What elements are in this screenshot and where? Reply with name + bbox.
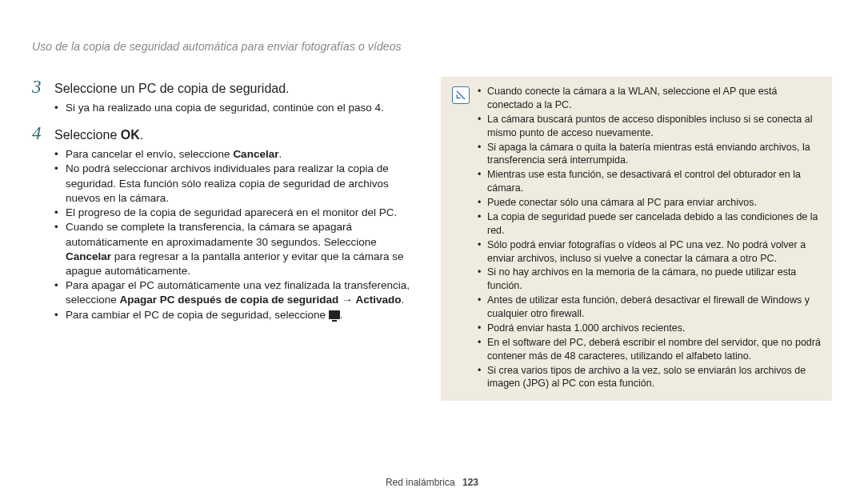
footer-section: Red inalámbrica xyxy=(386,477,455,488)
note-item: En el software del PC, deberá escribir e… xyxy=(478,336,821,363)
footer-page-number: 123 xyxy=(462,477,478,488)
page-header: Uso de la copia de seguridad automática … xyxy=(32,40,832,53)
note-item: Podrá enviar hasta 1.000 archivos recien… xyxy=(478,322,821,335)
step-4-bullet-pcoff: Para apagar el PC automáticamente una ve… xyxy=(54,278,423,307)
monitor-icon xyxy=(329,310,340,319)
note-item: Antes de utilizar esta función, deberá d… xyxy=(478,294,821,321)
note-item: Sólo podrá enviar fotografías o vídeos a… xyxy=(478,238,821,266)
step-3-bullet: Si ya ha realizado una copia de segurida… xyxy=(54,101,423,115)
step-3-text: Seleccione un PC de copia de seguridad. xyxy=(54,80,290,98)
step-3-number: 3 xyxy=(32,77,54,98)
step-4-bullet-noselect: No podrá seleccionar archivos individual… xyxy=(54,162,423,206)
step-4-number: 4 xyxy=(32,123,54,144)
note-item: Mientras use esta función, se desactivar… xyxy=(478,168,821,195)
note-item: Si no hay archivos en la memoria de la c… xyxy=(478,266,821,293)
right-column: Cuando conecte la cámara a la WLAN, sele… xyxy=(441,77,832,401)
page-footer: Red inalámbrica 123 xyxy=(0,477,864,488)
step-4-bullet-autooff: Cuando se complete la transferencia, la … xyxy=(54,220,423,278)
step-4-bullet-cancel: Para cancelar el envío, seleccione Cance… xyxy=(54,147,423,162)
note-item: Si crea varios tipos de archivo a la vez… xyxy=(478,364,821,391)
left-column: 3 Seleccione un PC de copia de seguridad… xyxy=(32,77,423,401)
note-item: Cuando conecte la cámara a la WLAN, sele… xyxy=(478,85,821,112)
note-item: Puede conectar sólo una cámara al PC par… xyxy=(478,196,821,210)
step-4-bullet-changepc: Para cambiar el PC de copia de seguridad… xyxy=(54,308,423,322)
step-4-bullet-progress: El progreso de la copia de seguridad apa… xyxy=(54,206,423,220)
note-item: Si apaga la cámara o quita la batería mi… xyxy=(478,141,821,168)
note-item: La copia de seguridad puede ser cancelad… xyxy=(478,210,821,238)
note-item: La cámara buscará puntos de acceso dispo… xyxy=(478,113,821,140)
step-4-text: Seleccione OK. xyxy=(54,126,143,144)
note-icon xyxy=(452,86,470,104)
note-box: Cuando conecte la cámara a la WLAN, sele… xyxy=(441,77,832,401)
